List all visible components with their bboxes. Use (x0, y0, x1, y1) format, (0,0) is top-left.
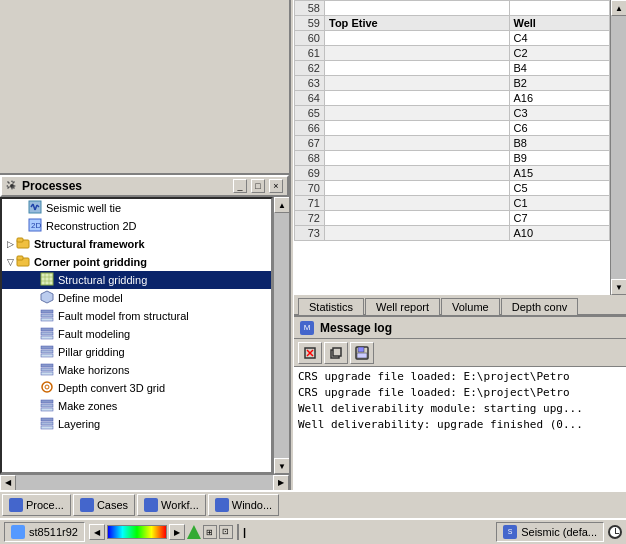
table-row[interactable]: 73A10 (295, 226, 610, 241)
main-area: Processes _ □ × Seismic well tie2DRecons… (0, 0, 626, 490)
status-nav: ◀ ▶ ⊞ ⊡ | (89, 524, 492, 540)
row-number: 73 (295, 226, 325, 241)
tree-item-seismic-well-tie[interactable]: Seismic well tie (2, 199, 271, 217)
scroll-left-button[interactable]: ◀ (0, 475, 16, 491)
layers-icon (40, 326, 56, 342)
svg-rect-33 (41, 404, 53, 407)
left-top-area (0, 0, 289, 175)
expand-arrow: ▽ (4, 256, 16, 268)
tree-item-depth-convert-3d-grid[interactable]: Depth convert 3D grid (2, 379, 271, 397)
table-row[interactable]: 72C7 (295, 211, 610, 226)
table-row[interactable]: 63B2 (295, 76, 610, 91)
tab-volume[interactable]: Volume (441, 298, 500, 315)
seismic-indicator: | (243, 526, 246, 538)
nav-right-button[interactable]: ▶ (169, 524, 185, 540)
scroll-right-button[interactable]: ▶ (273, 475, 289, 491)
scroll-down-button[interactable]: ▼ (274, 458, 289, 474)
tree-item-define-model[interactable]: Define model (2, 289, 271, 307)
tree-item-make-horizons[interactable]: Make horizons (2, 361, 271, 379)
tree-item-label-make-horizons: Make horizons (58, 364, 130, 376)
save-icon (355, 346, 369, 360)
taskbar-btn-label: Proce... (26, 499, 64, 511)
svg-rect-35 (41, 418, 53, 421)
table-row[interactable]: 71C1 (295, 196, 610, 211)
log-save-button[interactable] (350, 342, 374, 364)
svg-rect-28 (41, 368, 53, 371)
tree-item-fault-model-from-structural[interactable]: Fault model from structural (2, 307, 271, 325)
table-row[interactable]: 65C3 (295, 106, 610, 121)
clear-icon (303, 346, 317, 360)
table-row[interactable]: 67B8 (295, 136, 610, 151)
table-row[interactable]: 66C6 (295, 121, 610, 136)
taskbar-btn-cases[interactable]: Cases (73, 494, 135, 516)
table-scroll-track (611, 16, 626, 279)
tree-item-reconstruction-2d[interactable]: 2DReconstruction 2D (2, 217, 271, 235)
nav-icon2: ⊞ (203, 525, 217, 539)
svg-rect-45 (357, 353, 367, 358)
expand-arrow (16, 220, 28, 232)
nav-icon1 (187, 525, 201, 539)
tree-item-layering[interactable]: Layering (2, 415, 271, 433)
cell-col2: Well (509, 16, 609, 31)
tree-item-fault-modeling[interactable]: Fault modeling (2, 325, 271, 343)
cell-col1 (325, 151, 510, 166)
layers-icon (40, 362, 56, 378)
tree-item-structural-gridding[interactable]: Structural gridding (2, 271, 271, 289)
tree-item-corner-point-gridding[interactable]: ▽Corner point gridding (2, 253, 271, 271)
nav-left-button[interactable]: ◀ (89, 524, 105, 540)
restore-button[interactable]: □ (251, 179, 265, 193)
table-row[interactable]: 60C4 (295, 31, 610, 46)
table-row[interactable]: 61C2 (295, 46, 610, 61)
cell-col2: A10 (509, 226, 609, 241)
message-log-area: M Message log (294, 315, 626, 490)
taskbar-btn-windows[interactable]: Windo... (208, 494, 279, 516)
tab-depth-conv[interactable]: Depth conv (501, 298, 579, 315)
expand-arrow (28, 292, 40, 304)
table-scroll-up[interactable]: ▲ (611, 0, 626, 16)
row-number: 64 (295, 91, 325, 106)
color-bar (107, 525, 167, 539)
tree-item-make-zones[interactable]: Make zones (2, 397, 271, 415)
cell-col2: C6 (509, 121, 609, 136)
processes-icon (9, 498, 23, 512)
row-number: 58 (295, 1, 325, 16)
message-log-titlebar: M Message log (294, 317, 626, 339)
log-clear-button[interactable] (298, 342, 322, 364)
minimize-button[interactable]: _ (233, 179, 247, 193)
cell-col2: A16 (509, 91, 609, 106)
scroll-up-button[interactable]: ▲ (274, 197, 289, 213)
svg-rect-37 (41, 426, 53, 429)
layers-icon (40, 308, 56, 324)
row-number: 71 (295, 196, 325, 211)
table-row[interactable]: 68B9 (295, 151, 610, 166)
close-button[interactable]: × (269, 179, 283, 193)
status-app-name: Seismic (defa... (521, 526, 597, 538)
table-row[interactable]: 62B4 (295, 61, 610, 76)
table-row[interactable]: 64A16 (295, 91, 610, 106)
svg-rect-9 (17, 238, 23, 242)
table-row[interactable]: 59Top EtiveWell (295, 16, 610, 31)
table-scroll-down[interactable]: ▼ (611, 279, 626, 295)
tree-item-structural-framework[interactable]: ▷Structural framework (2, 235, 271, 253)
table-row[interactable]: 69A15 (295, 166, 610, 181)
table-row[interactable]: 58 (295, 1, 610, 16)
table-scrollbar[interactable]: ▲ ▼ (610, 0, 626, 295)
taskbar-btn-processes[interactable]: Proce... (2, 494, 71, 516)
row-number: 61 (295, 46, 325, 61)
svg-text:2D: 2D (31, 221, 41, 230)
tree-scrollbar[interactable]: ▲ ▼ (273, 197, 289, 474)
svg-marker-17 (41, 291, 53, 303)
log-copy-button[interactable] (324, 342, 348, 364)
tab-well-report[interactable]: Well report (365, 298, 440, 315)
taskbar-btn-workflows[interactable]: Workf... (137, 494, 206, 516)
tree-item-pillar-gridding[interactable]: Pillar gridding (2, 343, 271, 361)
tab-statistics[interactable]: Statistics (298, 298, 364, 315)
expand-arrow (28, 364, 40, 376)
left-panel: Processes _ □ × Seismic well tie2DRecons… (0, 0, 290, 490)
cell-col1 (325, 226, 510, 241)
horiz-scroll-track (16, 475, 273, 491)
svg-rect-1 (29, 201, 41, 213)
tree-horizontal-scrollbar[interactable]: ◀ ▶ (0, 474, 289, 490)
table-row[interactable]: 70C5 (295, 181, 610, 196)
svg-rect-44 (358, 347, 364, 352)
